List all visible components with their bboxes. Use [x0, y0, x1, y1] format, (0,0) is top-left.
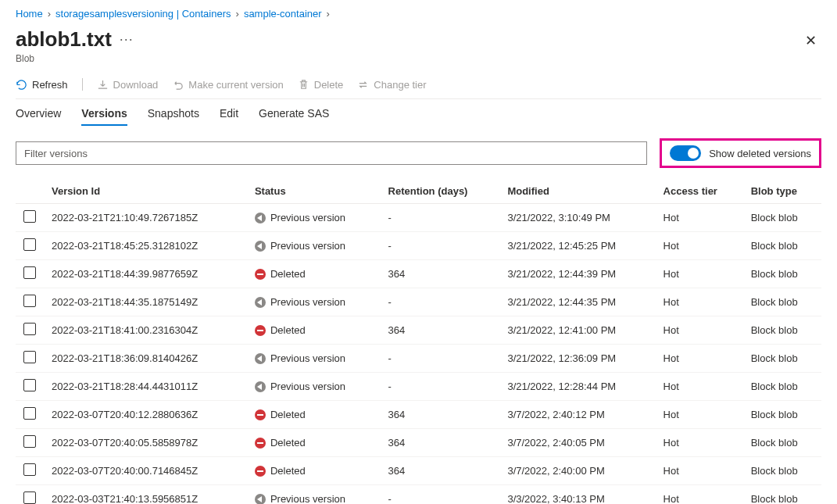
cell-blob-type: Block blob: [743, 457, 821, 485]
cell-access-tier: Hot: [656, 373, 743, 401]
table-row[interactable]: 2022-03-07T20:40:12.2880636ZDeleted3643/…: [16, 401, 821, 429]
deleted-icon: [255, 466, 266, 477]
col-blob-type[interactable]: Blob type: [743, 179, 821, 204]
row-checkbox[interactable]: [23, 323, 36, 335]
cell-version-id: 2022-03-21T18:36:09.8140426Z: [44, 345, 247, 373]
chevron-right-icon: ›: [48, 8, 51, 20]
breadcrumb-container[interactable]: sample-container: [244, 8, 322, 20]
versions-table-scroll[interactable]: Version Id Status Retention (days) Modif…: [16, 179, 821, 504]
row-checkbox[interactable]: [23, 491, 36, 504]
cell-retention: 364: [381, 457, 500, 485]
tab-generate-sas[interactable]: Generate SAS: [259, 107, 329, 126]
tab-versions[interactable]: Versions: [81, 107, 127, 126]
refresh-icon: [16, 79, 27, 91]
cell-status: Deleted: [247, 457, 381, 485]
row-checkbox[interactable]: [23, 379, 36, 391]
cell-version-id: 2022-03-21T18:44:35.1875149Z: [44, 288, 247, 316]
tab-overview[interactable]: Overview: [16, 107, 61, 126]
cell-modified: 3/3/2022, 3:40:13 PM: [499, 485, 655, 505]
cell-retention: -: [381, 373, 500, 401]
table-row[interactable]: 2022-03-07T20:40:00.7146845ZDeleted3643/…: [16, 457, 821, 485]
row-checkbox[interactable]: [23, 351, 36, 363]
table-row[interactable]: 2022-03-21T18:45:25.3128102ZPrevious ver…: [16, 232, 821, 260]
close-button[interactable]: ✕: [800, 27, 821, 54]
status-text: Deleted: [270, 409, 306, 420]
breadcrumb: Home › storagesamplesversioning | Contai…: [16, 8, 821, 20]
cell-blob-type: Block blob: [743, 232, 821, 260]
status-text: Previous version: [270, 381, 345, 392]
cell-access-tier: Hot: [656, 457, 743, 485]
previous-version-icon: [255, 494, 266, 505]
cell-access-tier: Hot: [656, 316, 743, 345]
status-text: Deleted: [270, 324, 306, 336]
cell-retention: 364: [381, 429, 500, 457]
table-row[interactable]: 2022-03-21T18:44:39.9877659ZDeleted3643/…: [16, 260, 821, 288]
show-deleted-toggle[interactable]: [670, 145, 701, 161]
status-text: Previous version: [270, 212, 345, 223]
row-checkbox[interactable]: [23, 435, 36, 448]
previous-version-icon: [255, 381, 266, 392]
table-row[interactable]: 2022-03-21T21:10:49.7267185ZPrevious ver…: [16, 204, 821, 232]
cell-modified: 3/7/2022, 2:40:12 PM: [499, 401, 655, 429]
command-bar: Refresh Download Make current version De…: [16, 78, 821, 99]
cell-status: Deleted: [247, 429, 381, 457]
filter-versions-input[interactable]: [16, 141, 647, 165]
cell-modified: 3/7/2022, 2:40:00 PM: [499, 457, 655, 485]
swap-icon: [357, 79, 369, 91]
col-version-id[interactable]: Version Id: [44, 179, 247, 204]
download-icon: [97, 79, 109, 91]
table-row[interactable]: 2022-03-03T21:40:13.5956851ZPrevious ver…: [16, 485, 821, 505]
tab-snapshots[interactable]: Snapshots: [148, 107, 199, 126]
row-checkbox[interactable]: [23, 210, 36, 223]
cell-blob-type: Block blob: [743, 401, 821, 429]
table-row[interactable]: 2022-03-21T18:28:44.4431011ZPrevious ver…: [16, 373, 821, 401]
cell-status: Deleted: [247, 316, 381, 345]
make-current-label: Make current version: [188, 79, 283, 91]
row-checkbox[interactable]: [23, 238, 36, 251]
col-retention[interactable]: Retention (days): [381, 179, 500, 204]
cell-version-id: 2022-03-03T21:40:13.5956851Z: [44, 485, 247, 505]
change-tier-button: Change tier: [357, 79, 426, 91]
col-status[interactable]: Status: [247, 179, 381, 204]
col-modified[interactable]: Modified: [499, 179, 655, 204]
breadcrumb-storage[interactable]: storagesamplesversioning | Containers: [55, 8, 231, 20]
cell-version-id: 2022-03-21T18:45:25.3128102Z: [44, 232, 247, 260]
status-text: Previous version: [270, 493, 345, 504]
status-text: Deleted: [270, 465, 306, 477]
tab-edit[interactable]: Edit: [220, 107, 238, 126]
download-button: Download: [97, 79, 159, 91]
cell-retention: -: [381, 204, 500, 232]
cell-retention: -: [381, 485, 500, 505]
row-checkbox[interactable]: [23, 407, 36, 420]
cell-blob-type: Block blob: [743, 316, 821, 345]
cell-status: Deleted: [247, 260, 381, 288]
cell-version-id: 2022-03-21T18:44:39.9877659Z: [44, 260, 247, 288]
table-row[interactable]: 2022-03-21T18:41:00.2316304ZDeleted3643/…: [16, 316, 821, 345]
row-checkbox[interactable]: [23, 266, 36, 279]
cell-retention: 364: [381, 316, 500, 345]
table-row[interactable]: 2022-03-07T20:40:05.5858978ZDeleted3643/…: [16, 429, 821, 457]
delete-button: Delete: [298, 79, 344, 91]
cell-access-tier: Hot: [656, 260, 743, 288]
row-checkbox[interactable]: [23, 463, 36, 476]
page-title: ablob1.txt: [16, 27, 112, 52]
table-row[interactable]: 2022-03-21T18:36:09.8140426ZPrevious ver…: [16, 345, 821, 373]
col-access-tier[interactable]: Access tier: [656, 179, 743, 204]
cell-blob-type: Block blob: [743, 485, 821, 505]
cell-version-id: 2022-03-07T20:40:00.7146845Z: [44, 457, 247, 485]
refresh-button[interactable]: Refresh: [16, 79, 68, 91]
cell-status: Previous version: [247, 204, 381, 232]
table-row[interactable]: 2022-03-21T18:44:35.1875149ZPrevious ver…: [16, 288, 821, 316]
more-menu-button[interactable]: ···: [120, 31, 134, 48]
cell-access-tier: Hot: [656, 401, 743, 429]
cell-modified: 3/21/2022, 12:45:25 PM: [499, 232, 655, 260]
previous-version-icon: [255, 297, 266, 308]
previous-version-icon: [255, 241, 266, 252]
change-tier-label: Change tier: [374, 79, 426, 91]
row-checkbox[interactable]: [23, 295, 36, 307]
deleted-icon: [255, 409, 266, 420]
cell-blob-type: Block blob: [743, 204, 821, 232]
make-current-button: Make current version: [172, 79, 283, 91]
deleted-icon: [255, 269, 266, 280]
breadcrumb-home[interactable]: Home: [16, 8, 43, 20]
